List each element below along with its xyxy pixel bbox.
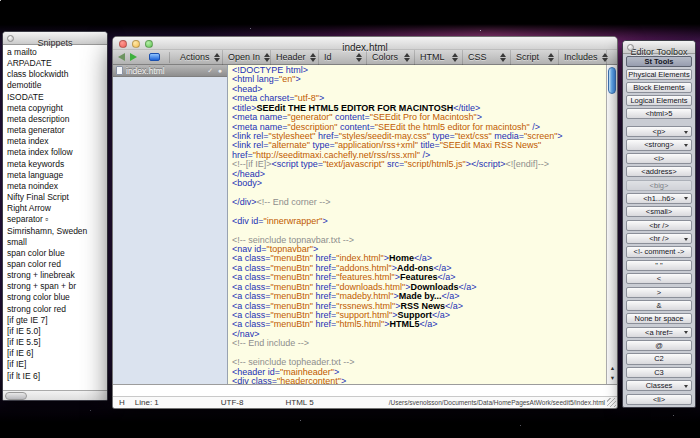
window-titlebar[interactable]: index.html — [113, 37, 617, 50]
popup-open-in[interactable]: Open In — [223, 50, 271, 65]
toolbox-element-button[interactable]: <address> — [626, 166, 692, 177]
popup-header[interactable]: Header — [271, 50, 319, 65]
snippet-item[interactable]: ISODATE — [7, 92, 107, 103]
close-button[interactable] — [119, 40, 127, 48]
popup-label: Id — [324, 52, 332, 62]
scroll-up-icon[interactable]: ▲ — [607, 363, 618, 373]
scroll-down-icon[interactable]: ▼ — [607, 373, 618, 383]
resize-grip[interactable] — [607, 398, 616, 407]
popup-label: Script — [516, 52, 539, 62]
snippet-item[interactable]: strong + span + br — [7, 281, 107, 292]
popup-html[interactable]: HTML — [415, 50, 463, 65]
popup-script[interactable]: Script — [511, 50, 559, 65]
close-icon[interactable] — [627, 44, 634, 51]
snippet-item[interactable]: meta noindex — [7, 181, 107, 192]
toolbox-element-button[interactable]: <li> — [626, 394, 692, 405]
dropdown-arrow-icon — [684, 238, 688, 241]
code-line: <a class="menuBtn" href="html5.html">HTM… — [232, 320, 606, 329]
dropdown-arrow-icon — [684, 385, 688, 388]
toolbox-element-button[interactable]: <!- comment -> — [626, 246, 692, 257]
snippet-item[interactable]: strong + linebreak — [7, 270, 107, 281]
snippet-item[interactable]: strong color red — [7, 304, 107, 315]
scrollbar-thumb[interactable] — [5, 392, 27, 400]
snippet-item[interactable]: [if lt IE 6] — [7, 371, 107, 382]
close-icon[interactable] — [7, 35, 14, 42]
toolbox-element-button[interactable]: <br /> — [626, 220, 692, 231]
popup-css[interactable]: CSS — [463, 50, 511, 65]
toolbox-element-button[interactable]: <hr /> — [626, 233, 692, 244]
toolbox-category-physical-elements[interactable]: Physical Elements — [626, 69, 692, 80]
toolbox-element-button[interactable]: Classes — [626, 380, 692, 391]
scrollbar-thumb[interactable] — [608, 67, 616, 94]
snippet-item[interactable]: meta index follow — [7, 147, 107, 158]
stepper-arrows-icon — [214, 53, 220, 62]
snippet-item[interactable]: [if IE 5.5] — [7, 337, 107, 348]
back-button[interactable] — [118, 53, 125, 61]
toolbox-element-button[interactable]: > — [626, 287, 692, 298]
file-list-pane: index.html ✓ ● — [113, 65, 228, 384]
snippet-item[interactable]: [if IE 6] — [7, 348, 107, 359]
snippet-item[interactable]: Simrishamn, Sweden — [7, 226, 107, 237]
snippet-item[interactable]: span color red — [7, 259, 107, 270]
toolbox-element-button[interactable]: <i> — [626, 153, 692, 164]
snippet-item[interactable]: [if IE] — [7, 359, 107, 370]
toolbox-element-button[interactable]: <small> — [626, 206, 692, 217]
snippet-item[interactable]: small — [7, 237, 107, 248]
snippet-item[interactable]: meta keywords — [7, 159, 107, 170]
snippet-item[interactable]: [if gte IE 7] — [7, 315, 107, 326]
snippet-item[interactable]: meta index — [7, 136, 107, 147]
toolbox-category-block-elements[interactable]: Block Elements — [626, 82, 692, 93]
toolbox-element-button[interactable]: " " — [626, 260, 692, 271]
snippet-item[interactable]: meta copyright — [7, 103, 107, 114]
code-line: <!-- End include --> — [232, 339, 606, 348]
code-line: <!--[if IE]><script type="text/javascrip… — [232, 160, 606, 169]
toolbox-category-logical-elements[interactable]: Logical Elements — [626, 95, 692, 106]
code-editor[interactable]: <!DOCTYPE html><html lang="en"><head><me… — [228, 65, 606, 384]
snippet-item[interactable]: meta generator — [7, 125, 107, 136]
snippet-item[interactable]: meta description — [7, 114, 107, 125]
snippet-item[interactable]: demotitle — [7, 80, 107, 91]
toolbox-element-button[interactable]: <p> — [626, 126, 692, 137]
minimize-button[interactable] — [132, 40, 140, 48]
toolbox-element-button[interactable]: & — [626, 300, 692, 311]
snippet-item[interactable]: a mailto — [7, 47, 107, 58]
toolbox-category-st-tools[interactable]: St Tools — [626, 56, 692, 67]
toolbox-category--html-5[interactable]: <html>5 — [626, 108, 692, 119]
snippet-item[interactable]: separator ▫ — [7, 214, 107, 225]
popup-actions[interactable]: Actions — [175, 50, 223, 65]
code-line: </div><!-- End corner --> — [232, 198, 606, 207]
toolbox-element-button[interactable]: None br space — [626, 313, 692, 324]
snippet-item[interactable]: Nifty Final Script — [7, 192, 107, 203]
snippet-item[interactable]: ARPADATE — [7, 58, 107, 69]
file-list-item[interactable]: index.html ✓ ● — [113, 65, 227, 77]
snippet-item[interactable]: Right Arrow — [7, 203, 107, 214]
snippets-title: Snippets — [37, 38, 72, 48]
snippet-item[interactable]: span color blue — [7, 248, 107, 259]
snippets-titlebar[interactable]: Snippets — [3, 32, 107, 45]
snippets-drawer-icon[interactable] — [149, 53, 160, 61]
snippets-horizontal-scrollbar[interactable] — [3, 390, 107, 401]
toolbox-titlebar[interactable]: Editor Toolbox — [623, 41, 695, 54]
vertical-scrollbar[interactable]: ▲ ▼ — [606, 65, 617, 384]
snippet-item[interactable]: [if IE 5.0] — [7, 326, 107, 337]
zoom-button[interactable] — [145, 40, 153, 48]
toolbox-element-button[interactable]: <a href= — [626, 327, 692, 338]
snippet-item[interactable]: meta language — [7, 170, 107, 181]
toolbox-element-button[interactable]: <strong> — [626, 139, 692, 150]
toolbox-element-button[interactable]: <h1...h6> — [626, 193, 692, 204]
toolbox-element-button[interactable]: C3 — [626, 367, 692, 378]
toolbox-element-button[interactable]: C2 — [626, 353, 692, 364]
toolbar-separator — [169, 52, 170, 63]
snippet-item[interactable]: strong color blue — [7, 292, 107, 303]
file-name: index.html — [126, 66, 165, 76]
dropdown-arrow-icon — [684, 131, 688, 134]
toolbox-element-button[interactable]: < — [626, 273, 692, 284]
encoding-indicator: UTF-8 — [221, 398, 244, 407]
popup-label: Actions — [180, 52, 210, 62]
code-line: <html lang="en"> — [232, 75, 606, 84]
popup-label: Header — [276, 52, 306, 62]
forward-button[interactable] — [130, 53, 137, 61]
popup-includes[interactable]: Includes — [559, 50, 607, 65]
snippet-item[interactable]: class blockwidth — [7, 69, 107, 80]
toolbox-element-button[interactable]: @ — [626, 340, 692, 351]
